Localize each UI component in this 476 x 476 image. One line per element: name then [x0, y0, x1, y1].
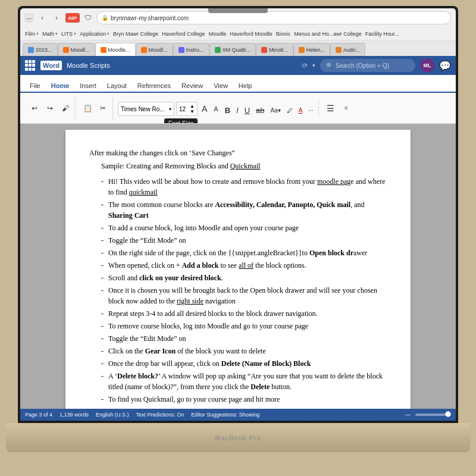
doc-line-save: After making the changes click on ‘Save …: [89, 148, 387, 158]
font-shrink-button[interactable]: A: [211, 102, 220, 116]
tab-favicon: [141, 47, 147, 53]
chevron-icon: ▾: [36, 32, 39, 36]
browser-chrome: — ‹ › ABP 🛡 🔒 brynmawr-my.sharepoint.com: [20, 8, 456, 56]
document-title: Moodle Scripts: [67, 62, 298, 69]
bookmark-math[interactable]: Math▾: [42, 31, 58, 37]
bullet-14: - A ‘Delete block?’ A window will pop up…: [89, 371, 387, 392]
tab-moodle2[interactable]: Moodle...: [95, 43, 136, 56]
office-grid-icon[interactable]: [25, 60, 36, 71]
strikethrough-button[interactable]: ab: [253, 103, 267, 117]
bullet-5: - On the right side of the page, click o…: [89, 248, 387, 258]
font-size-up-icon: ▲: [190, 104, 195, 109]
tab-insert[interactable]: Insert: [75, 80, 101, 93]
redo-button[interactable]: ↪: [43, 101, 57, 115]
more-format-button[interactable]: ···: [306, 103, 315, 117]
word-title-bar: Word Moodle Scripts ⟳ ▾ 🔍 Search (Option…: [20, 56, 456, 75]
tab-home[interactable]: Home: [46, 80, 74, 93]
status-bar: Page 3 of 4 1,139 words English (U.S.) T…: [20, 409, 456, 421]
bullet-11: - Toggle the “Edit Mode” on: [89, 333, 387, 344]
bookmark-haverford-moodle[interactable]: Haverford Moodle: [230, 31, 273, 37]
comment-icon[interactable]: 💬: [439, 60, 451, 71]
page-info: Page 3 of 4: [25, 412, 52, 418]
font-size-selector[interactable]: 12 ▲ ▼: [176, 102, 198, 116]
bookmark-haverford[interactable]: Haverford College: [162, 31, 205, 37]
font-color-btn[interactable]: Aa▾: [268, 103, 283, 117]
font-name-selector[interactable]: Times New Ro... ▾: [118, 102, 174, 116]
tab-layout[interactable]: Layout: [102, 80, 131, 93]
italic-button[interactable]: I: [234, 103, 241, 117]
zoom-slider[interactable]: [415, 414, 451, 416]
tab-label: Moodl...: [149, 47, 168, 53]
back-button[interactable]: ‹: [37, 12, 48, 23]
tab-instru[interactable]: Instru...: [173, 43, 209, 56]
ribbon-toolbar: ↩ ↪ 🖌 📋 ✂ Times New Ro...: [20, 93, 456, 124]
window-minimize-btn[interactable]: —: [25, 14, 33, 22]
tab-moodl1[interactable]: Moodl...: [58, 43, 95, 56]
font-color-button[interactable]: A: [296, 103, 305, 117]
adblock-badge[interactable]: ABP: [65, 13, 80, 23]
bookmark-application[interactable]: Application▾: [80, 31, 109, 37]
bullet-4: - Toggle the “Edit Mode” on: [89, 235, 387, 246]
document-page: After making the changes click on ‘Save …: [65, 130, 411, 409]
clipboard-button[interactable]: 📋: [80, 101, 95, 115]
editor-suggestions: Editor Suggestions: Showing: [191, 412, 259, 418]
bold-button[interactable]: B: [223, 103, 233, 117]
user-initials: ML: [424, 62, 431, 68]
tab-helen[interactable]: Helen...: [293, 43, 330, 56]
user-avatar[interactable]: ML: [420, 58, 434, 73]
tabs-bar: 2023... Moodl... Moodle... Moodl...: [20, 40, 456, 56]
tab-qualtr[interactable]: XM Qualtr...: [209, 43, 256, 56]
tab-label: Audri...: [343, 47, 361, 53]
macbook-label: MacBook Pro: [215, 434, 261, 441]
bullet-9: - Repeat steps 3-4 to add all desired bl…: [89, 308, 387, 319]
language-info: English (U.S.): [96, 412, 129, 418]
font-name-value: Times New Ro...: [121, 106, 165, 112]
document-content-area[interactable]: After making the changes click on ‘Save …: [20, 124, 456, 409]
word-count: 1,139 words: [60, 412, 89, 418]
list-group: ☰ ≡: [321, 96, 356, 120]
tab-2023[interactable]: 2023...: [23, 43, 58, 56]
address-bar[interactable]: 🔒 brynmawr-my.sharepoint.com: [96, 11, 451, 24]
tab-moodl3[interactable]: Moodl...: [136, 43, 173, 56]
bookmark-film[interactable]: Film▾: [25, 31, 39, 37]
bookmark-facility[interactable]: Facility Hour...: [365, 31, 399, 37]
tab-favicon: [215, 47, 221, 53]
bookmark-menus[interactable]: Menus and Ho...awr College: [294, 31, 362, 37]
shield-icon: 🛡: [83, 13, 93, 23]
tab-audri[interactable]: Audri...: [330, 43, 366, 56]
tab-label: Moodle...: [108, 47, 130, 53]
bullet-8: - Once it is chosen you will be brought …: [89, 285, 387, 306]
underline-button[interactable]: U: [242, 103, 252, 117]
word-search-bar[interactable]: 🔍 Search (Option + Q): [320, 59, 415, 72]
number-list-button[interactable]: ≡: [339, 101, 353, 115]
laptop-frame: — ‹ › ABP 🛡 🔒 brynmawr-my.sharepoint.com: [0, 0, 476, 476]
tab-references[interactable]: References: [133, 80, 176, 93]
bookmark-moodle[interactable]: Moodle: [209, 31, 227, 37]
highlight-button[interactable]: 🖊: [284, 103, 295, 117]
undo-button[interactable]: ↩: [27, 101, 42, 115]
search-icon: 🔍: [326, 62, 333, 69]
bookmark-bionic[interactable]: Bionic: [276, 31, 291, 37]
screen: — ‹ › ABP 🛡 🔒 brynmawr-my.sharepoint.com: [18, 6, 458, 423]
bullet-list-button[interactable]: ☰: [324, 101, 338, 115]
undo-redo-group: ↩ ↪ 🖌: [25, 96, 76, 120]
forward-button[interactable]: ›: [51, 12, 62, 23]
cut-button[interactable]: ✂: [96, 101, 110, 115]
bookmark-lits[interactable]: LITS▾: [61, 31, 76, 37]
tab-help[interactable]: Help: [234, 80, 257, 93]
word-label: Word: [43, 62, 60, 69]
bullet-7: - Scroll and click on your desired block…: [89, 273, 387, 283]
bookmark-brynmawr[interactable]: Bryn Mawr College: [113, 31, 158, 37]
bullet-1: - Hi! This video will be about how to cr…: [89, 176, 387, 198]
search-placeholder: Search (Option + Q): [336, 62, 389, 69]
tab-view[interactable]: View: [209, 80, 233, 93]
doc-sharing-btn[interactable]: ▾: [312, 62, 315, 68]
zoom-thumb: [445, 411, 451, 417]
minus-icon[interactable]: —: [405, 412, 411, 418]
tab-review[interactable]: Review: [177, 80, 208, 93]
macbook-base: MacBook Pro: [6, 423, 470, 452]
font-grow-button[interactable]: A: [199, 102, 209, 116]
tab-file[interactable]: File: [25, 80, 45, 93]
tab-minolt[interactable]: Minolt...: [256, 43, 293, 56]
format-painter-button[interactable]: 🖌: [58, 101, 73, 115]
